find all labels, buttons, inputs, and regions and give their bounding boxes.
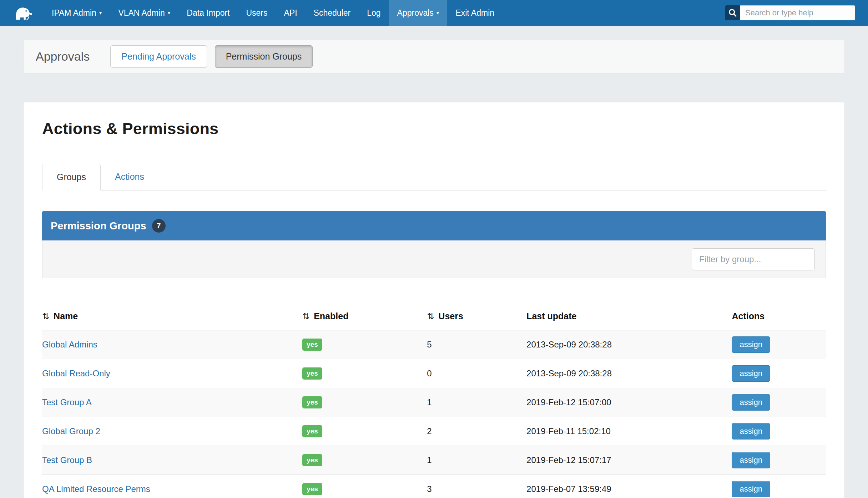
enabled-badge: yes (302, 425, 322, 437)
column-header-actions: Actions (732, 303, 826, 330)
assign-button[interactable]: assign (732, 481, 770, 497)
chevron-down-icon: ▾ (99, 10, 102, 16)
table-header-row: ⇅Name ⇅Enabled ⇅Users Last update Action… (42, 303, 826, 330)
chevron-down-icon: ▾ (436, 10, 439, 16)
panel-header-title: Permission Groups (51, 220, 146, 232)
enabled-badge: yes (302, 396, 322, 408)
assign-button[interactable]: assign (732, 423, 770, 439)
users-count: 2 (427, 417, 526, 446)
group-link[interactable]: Global Admins (42, 340, 97, 349)
users-count: 1 (427, 388, 526, 417)
enabled-badge: yes (302, 339, 322, 351)
table-row: QA Limited Resource Perms yes 3 2019-Feb… (42, 475, 826, 498)
assign-button[interactable]: assign (732, 365, 770, 382)
assign-button[interactable]: assign (732, 452, 770, 468)
permission-groups-panel: Permission Groups 7 ⇅Name ⇅Enabled (42, 211, 826, 498)
nav-item-label: Exit Admin (455, 8, 494, 18)
sort-icon: ⇅ (302, 311, 309, 321)
nav-item-exit-admin[interactable]: Exit Admin (447, 0, 503, 26)
nav-item-label: API (284, 8, 297, 18)
nav-item-scheduler[interactable]: Scheduler (306, 0, 359, 26)
group-link[interactable]: QA Limited Resource Perms (42, 484, 150, 494)
column-header-name[interactable]: ⇅Name (42, 303, 302, 330)
tab-groups[interactable]: Groups (42, 164, 101, 190)
nav-item-label: VLAN Admin (118, 8, 165, 18)
mammoth-logo-icon (14, 5, 34, 21)
filter-group-input[interactable] (692, 248, 815, 270)
nav-item-label: Scheduler (314, 8, 351, 18)
groups-table-body: Global Admins yes 5 2013-Sep-09 20:38:28… (42, 330, 826, 498)
assign-button[interactable]: assign (732, 336, 770, 353)
last-update: 2019-Feb-11 15:02:10 (526, 417, 732, 446)
enabled-badge: yes (302, 454, 322, 466)
search-input[interactable] (740, 5, 855, 20)
enabled-badge: yes (302, 483, 322, 495)
table-row: Global Group 2 yes 2 2019-Feb-11 15:02:1… (42, 417, 826, 446)
nav-item-ipam-admin[interactable]: IPAM Admin ▾ (44, 0, 110, 26)
last-update: 2019-Feb-12 15:07:17 (526, 446, 732, 475)
group-link[interactable]: Test Group B (42, 455, 92, 465)
nav-item-label: Log (367, 8, 380, 18)
nav-item-api[interactable]: API (276, 0, 306, 26)
table-row: Test Group B yes 1 2019-Feb-12 15:07:17 … (42, 446, 826, 475)
users-count: 0 (427, 359, 526, 388)
chevron-down-icon: ▾ (168, 10, 171, 16)
group-link[interactable]: Global Read-Only (42, 369, 110, 378)
nav-item-vlan-admin[interactable]: VLAN Admin ▾ (110, 0, 178, 26)
group-count-badge: 7 (152, 219, 166, 233)
users-count: 3 (427, 475, 526, 498)
assign-button[interactable]: assign (732, 394, 770, 411)
permission-groups-table: ⇅Name ⇅Enabled ⇅Users Last update Action… (42, 303, 826, 498)
last-update: 2019-Feb-07 13:59:49 (526, 475, 732, 498)
enabled-badge: yes (302, 367, 322, 380)
nav-item-log[interactable]: Log (359, 0, 389, 26)
table-row: Global Read-Only yes 0 2013-Sep-09 20:38… (42, 359, 826, 388)
nav-item-data-import[interactable]: Data Import (178, 0, 238, 26)
approvals-subheader: Approvals Pending Approvals Permission G… (23, 39, 845, 73)
page-title: Approvals (36, 50, 90, 63)
panel-toolbar (42, 240, 826, 278)
table-row: Global Admins yes 5 2013-Sep-09 20:38:28… (42, 330, 826, 359)
permission-groups-button[interactable]: Permission Groups (215, 45, 313, 68)
top-navbar: IPAM Admin ▾ VLAN Admin ▾ Data Import Us… (0, 0, 868, 26)
column-header-users[interactable]: ⇅Users (427, 303, 526, 330)
sort-icon: ⇅ (427, 311, 434, 321)
users-count: 1 (427, 446, 526, 475)
tab-actions[interactable]: Actions (101, 164, 158, 190)
nav-item-label: IPAM Admin (52, 8, 96, 18)
group-link[interactable]: Global Group 2 (42, 426, 100, 436)
last-update: 2013-Sep-09 20:38:28 (526, 330, 732, 359)
nav-item-approvals[interactable]: Approvals ▾ (389, 0, 448, 26)
nav-item-label: Approvals (397, 8, 434, 18)
phpipam-mammoth-logo[interactable] (0, 0, 44, 26)
column-header-last-update: Last update (526, 303, 732, 330)
users-count: 5 (427, 330, 526, 359)
nav-search (725, 0, 868, 26)
actions-permissions-card: Actions & Permissions Groups Actions Per… (23, 102, 845, 498)
nav-item-label: Users (246, 8, 267, 18)
nav-item-users[interactable]: Users (238, 0, 276, 26)
pending-approvals-button[interactable]: Pending Approvals (110, 45, 207, 68)
nav-item-label: Data Import (187, 8, 229, 18)
table-row: Test Group A yes 1 2019-Feb-12 15:07:00 … (42, 388, 826, 417)
last-update: 2019-Feb-12 15:07:00 (526, 388, 732, 417)
panel-header: Permission Groups 7 (42, 211, 826, 240)
column-header-enabled[interactable]: ⇅Enabled (302, 303, 427, 330)
last-update: 2013-Sep-09 20:38:28 (526, 359, 732, 388)
section-title: Actions & Permissions (42, 120, 826, 138)
tab-bar: Groups Actions (42, 164, 826, 190)
search-icon[interactable] (725, 5, 740, 20)
nav-menu: IPAM Admin ▾ VLAN Admin ▾ Data Import Us… (44, 0, 503, 26)
group-link[interactable]: Test Group A (42, 397, 92, 407)
sort-icon: ⇅ (42, 311, 49, 321)
